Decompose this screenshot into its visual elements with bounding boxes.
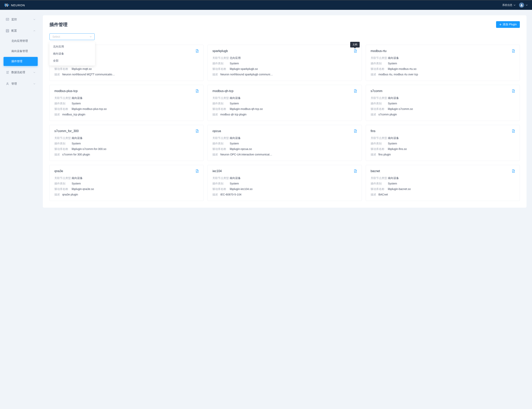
- row-value: libplugin-opcua.so: [230, 147, 252, 150]
- row-label: 驱动库名称: [54, 147, 72, 151]
- plugin-cards-grid: 关联节点类型插件类别驱动库名称libplugin-mqtt.so描述Neuron…: [49, 45, 520, 201]
- card-row-node-type: 关联节点类型南向设备: [212, 177, 357, 180]
- card-header: qna3e: [54, 169, 199, 173]
- plugin-name: modbus-rtu: [371, 49, 387, 53]
- row-value: Neuron OPC-UA interactive communicat…: [220, 153, 272, 156]
- sidebar-item-manage[interactable]: 管理: [4, 80, 38, 88]
- row-value: System: [388, 142, 397, 145]
- card-row-desc: 描述qna3e plugin: [54, 193, 199, 196]
- card-row-kind: 插件类别System: [54, 102, 199, 105]
- row-label: 关联节点类型: [371, 96, 388, 100]
- row-value: 南向设备: [72, 177, 83, 180]
- doc-icon[interactable]: [354, 129, 357, 133]
- row-value: libplugin-iec104.so: [230, 187, 252, 191]
- row-label: 插件类别: [212, 182, 230, 186]
- card-row-node-type: 关联节点类型南向设备: [371, 96, 515, 100]
- card-row-node-type: 关联节点类型南向设备: [54, 177, 199, 180]
- dataflow-icon: [6, 71, 9, 74]
- doc-icon[interactable]: [196, 49, 199, 53]
- panel-header: 插件管理 添加 Plugin: [49, 21, 520, 28]
- user-menu[interactable]: [519, 2, 528, 8]
- add-plugin-button[interactable]: 添加 Plugin: [496, 21, 520, 28]
- chevron-down-icon: [90, 36, 92, 37]
- row-label: 插件类别: [371, 102, 388, 105]
- row-value: 北向应用: [230, 56, 241, 60]
- select-placeholder: Select: [52, 35, 60, 38]
- sidebar-item-config[interactable]: 配置: [4, 27, 38, 35]
- doc-icon[interactable]: 文档: [354, 49, 357, 53]
- page-title: 插件管理: [49, 22, 67, 28]
- card-row-kind: 插件类别System: [371, 142, 515, 145]
- sidebar-item-north-app[interactable]: 北向应用管理: [4, 37, 38, 46]
- doc-icon[interactable]: [512, 169, 515, 173]
- system-info-dropdown[interactable]: 系统信息: [502, 3, 515, 7]
- user-icon: [520, 4, 523, 7]
- row-label: 驱动库名称: [212, 67, 230, 71]
- row-label: 描述: [212, 73, 220, 76]
- plugin-card: s7comm关联节点类型南向设备插件类别System驱动库名称libplugin…: [366, 85, 520, 121]
- chevron-down-icon: [513, 5, 515, 6]
- doc-icon[interactable]: [512, 89, 515, 93]
- card-row-node-type: 关联节点类型南向设备: [212, 96, 357, 100]
- plugin-card: s7comm_for_300关联节点类型南向设备插件类别System驱动库名称l…: [49, 125, 204, 161]
- card-header: fins: [371, 129, 515, 133]
- card-row-desc: 描述Neuron OPC-UA interactive communicat…: [212, 153, 357, 156]
- doc-icon[interactable]: [354, 169, 357, 173]
- row-value: modbus rtu, modbus rtu over tcp: [378, 73, 418, 76]
- row-value: System: [72, 102, 81, 105]
- card-row-lib: 驱动库名称libplugin-fins.so: [371, 147, 515, 151]
- row-value: modbus qh tcp plugin: [220, 113, 246, 116]
- card-row-desc: 描述modbus rtu, modbus rtu over tcp: [371, 73, 515, 76]
- sidebar-item-plugin-mgmt[interactable]: 插件管理: [4, 57, 38, 66]
- card-row-kind: 插件类别System: [54, 182, 199, 186]
- row-value: libplugin-qna3e.so: [72, 187, 94, 191]
- chevron-down-icon: [526, 5, 528, 6]
- card-row-kind: 插件类别System: [212, 62, 357, 65]
- card-row-kind: 插件类别System: [54, 142, 199, 145]
- row-value: System: [388, 62, 397, 65]
- card-header: modbus-qh-tcp: [212, 89, 357, 93]
- plugin-name: bacnet: [371, 169, 380, 173]
- card-row-lib: 驱动库名称libplugin-modbus-qh-tcp.so: [212, 107, 357, 111]
- plugin-name: modbus-qh-tcp: [212, 89, 233, 93]
- row-value: libplugin-modbus-qh-tcp.so: [230, 107, 263, 111]
- chevron-down-icon: [33, 83, 35, 84]
- row-value: libplugin-mqtt.so: [72, 67, 92, 70]
- sidebar-item-dataflow[interactable]: 数据流处理: [4, 69, 38, 76]
- sidebar-item-south-device[interactable]: 南向设备管理: [4, 47, 38, 56]
- doc-icon[interactable]: [354, 89, 357, 93]
- neuron-logo-icon: [4, 3, 9, 7]
- card-row-kind: 插件类别System: [212, 102, 357, 105]
- doc-icon[interactable]: [512, 129, 515, 133]
- row-label: 关联节点类型: [212, 56, 230, 60]
- row-value: s7comm plugin: [378, 113, 397, 116]
- row-label: 关联节点类型: [54, 177, 72, 180]
- top-header: NEURON 系统信息: [0, 0, 532, 10]
- dropdown-option-north[interactable]: 北向应用: [49, 43, 95, 50]
- row-label: 关联节点类型: [212, 96, 230, 100]
- header-right: 系统信息: [502, 2, 528, 8]
- dropdown-option-all[interactable]: 全部: [49, 57, 95, 64]
- card-row-desc: 描述Neuron northbound sparkplugb communi…: [212, 73, 357, 76]
- row-value: 南向设备: [388, 96, 399, 100]
- doc-icon[interactable]: [196, 169, 199, 173]
- filter-select[interactable]: Select: [49, 33, 95, 40]
- row-value: System: [72, 182, 81, 185]
- row-value: 南向设备: [388, 177, 399, 180]
- doc-icon[interactable]: [196, 129, 199, 133]
- plugin-card: iec104关联节点类型南向设备插件类别System驱动库名称libplugin…: [207, 165, 362, 201]
- row-label: 描述: [54, 113, 62, 116]
- doc-icon[interactable]: [196, 89, 199, 93]
- doc-icon[interactable]: [512, 49, 515, 53]
- row-value: 南向设备: [230, 136, 241, 140]
- card-header: bacnet: [371, 169, 515, 173]
- row-value: libplugin-fins.so: [388, 147, 407, 150]
- sidebar-item-label: 管理: [11, 82, 31, 85]
- dropdown-option-south[interactable]: 南向设备: [49, 50, 95, 57]
- svg-point-4: [7, 30, 8, 31]
- card-row-node-type: 关联节点类型南向设备: [54, 96, 199, 100]
- row-label: 关联节点类型: [371, 56, 388, 60]
- plugin-card: qna3e关联节点类型南向设备插件类别System驱动库名称libplugin-…: [49, 165, 204, 201]
- sidebar-item-monitor[interactable]: 监控: [4, 16, 38, 23]
- plugin-name: s7comm_for_300: [54, 129, 79, 133]
